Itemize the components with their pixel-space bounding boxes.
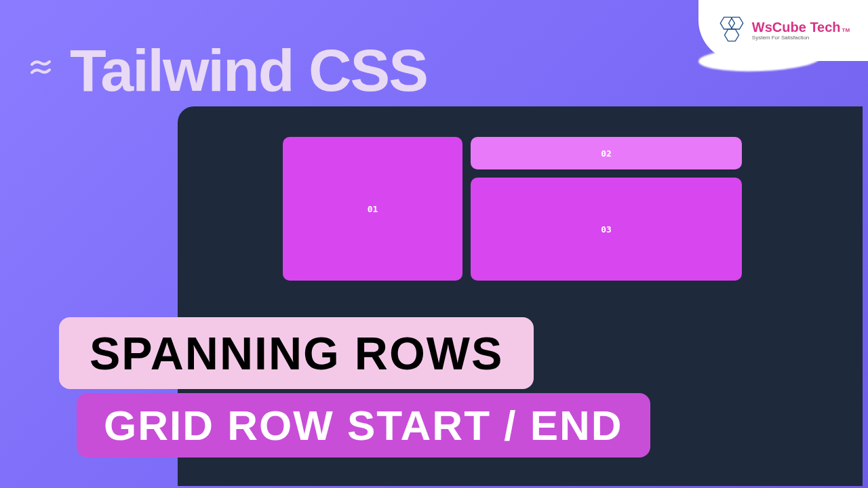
grid-cell-01: 01 [283,137,462,281]
grid-cell-02: 02 [471,137,742,169]
tailwind-icon [24,59,58,82]
svg-marker-1 [728,17,743,29]
tailwind-header: Tailwind CSS [24,41,427,100]
banner-2-text: GRID ROW START / END [104,401,623,449]
grid-cell-03: 03 [471,178,742,281]
wscube-tagline: System For Satisfaction [752,35,850,41]
wscube-hex-icon [717,16,747,45]
wscube-logo-container: WsCube TechTM System For Satisfaction [698,0,868,61]
svg-marker-2 [724,29,738,41]
banner-1-text: SPANNING ROWS [90,327,503,380]
wscube-text: WsCube TechTM System For Satisfaction [752,20,850,41]
wscube-name-part2: Tech [810,20,840,35]
wscube-tm: TM [842,27,850,33]
tailwind-title: Tailwind CSS [70,41,427,100]
svg-marker-0 [720,17,734,29]
grid-demo: 01 02 03 [283,137,835,281]
wscube-name-part1: WsCube [752,20,806,35]
banner-grid-row: GRID ROW START / END [77,393,650,458]
banner-spanning-rows: SPANNING ROWS [59,317,534,389]
